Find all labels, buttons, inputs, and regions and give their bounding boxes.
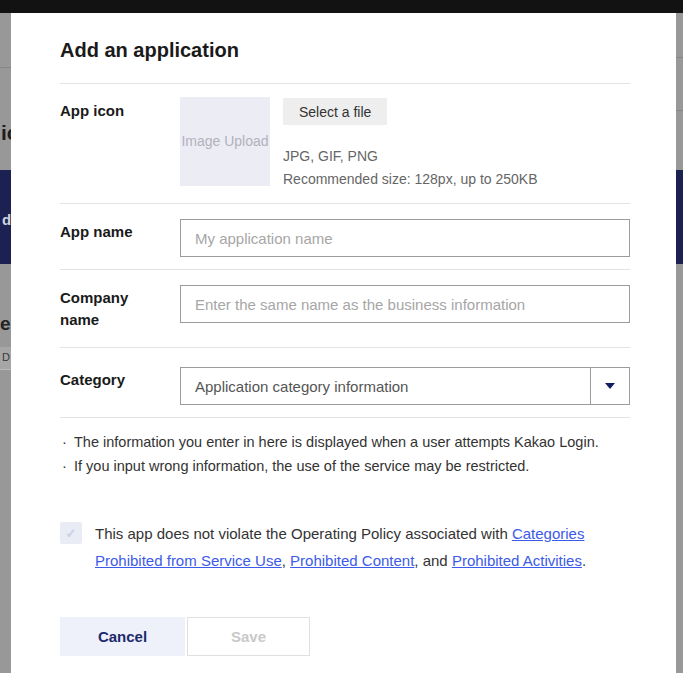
chevron-down-icon [605,383,615,389]
policy-separator: , and [414,552,452,569]
backdrop-divider [0,67,11,68]
category-label: Category [60,367,160,405]
note-text: The information you enter in here is dis… [74,430,599,454]
link-prohibited-content[interactable]: Prohibited Content [290,552,414,569]
backdrop-right-strip [676,13,683,673]
category-row: Category Application category informatio… [60,348,630,417]
link-prohibited-activities[interactable]: Prohibited Activities [452,552,582,569]
backdrop-text-fragment: es [0,313,11,335]
policy-checkbox[interactable]: ✓ [60,522,82,544]
file-recommendation-text: Recommended size: 128px, up to 250KB [283,168,538,191]
check-icon: ✓ [66,526,77,541]
company-name-input[interactable] [180,285,630,323]
divider [60,417,630,418]
file-hints: JPG, GIF, PNG Recommended size: 128px, u… [283,145,538,191]
policy-agreement-row: ✓ This app does not violate the Operatin… [60,520,630,574]
file-formats-text: JPG, GIF, PNG [283,145,538,168]
backdrop-banner-fragment: d [2,211,11,228]
dialog-actions: Cancel Save [60,617,630,656]
policy-text-before: This app does not violate the Operating … [95,525,512,542]
bullet-icon: · [62,430,74,454]
add-application-dialog: Add an application App icon Image Upload… [11,13,676,673]
backdrop-row-text-fragment: D [2,351,10,363]
browser-top-bar [0,0,683,13]
note-item: · If you input wrong information, the us… [62,454,630,478]
company-name-row: Company name [60,270,630,347]
backdrop-banner [676,170,683,264]
policy-separator: , [282,552,290,569]
category-select-value: Application category information [181,378,590,395]
save-button[interactable]: Save [187,617,310,656]
cancel-button[interactable]: Cancel [60,617,185,656]
backdrop-divider [676,57,683,58]
category-field-wrap: Application category information [180,367,630,405]
app-icon-side: Select a file JPG, GIF, PNG Recommended … [283,97,538,191]
image-upload-dropzone[interactable]: Image Upload [180,97,270,186]
policy-text: This app does not violate the Operating … [95,520,622,574]
backdrop-divider [676,110,683,111]
category-select[interactable]: Application category information [180,367,630,405]
notes-list: · The information you enter in here is d… [60,430,630,478]
bullet-icon: · [62,454,74,478]
app-name-input[interactable] [180,219,630,257]
select-file-button[interactable]: Select a file [283,98,387,125]
policy-period: . [582,552,586,569]
company-name-label: Company name [60,285,160,331]
backdrop-heading-fragment: ic [1,121,11,145]
app-name-field-wrap [180,219,630,257]
app-icon-row: App icon Image Upload Select a file JPG,… [60,84,630,203]
app-name-label: App name [60,219,160,257]
dialog-title: Add an application [60,38,630,62]
app-icon-label: App icon [60,97,160,191]
note-item: · The information you enter in here is d… [62,430,630,454]
backdrop-left-strip: ic d es D [0,13,11,673]
note-text: If you input wrong information, the use … [74,454,529,478]
app-name-row: App name [60,204,630,269]
category-select-arrow-cell[interactable] [590,368,629,404]
company-name-field-wrap [180,285,630,331]
